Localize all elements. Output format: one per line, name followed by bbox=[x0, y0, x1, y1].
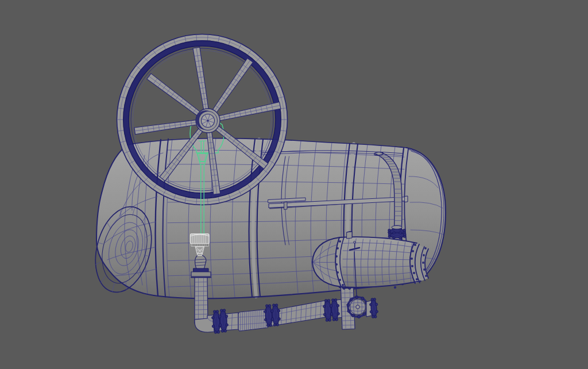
viewport-stage bbox=[0, 0, 588, 369]
3d-viewport[interactable] bbox=[0, 0, 588, 369]
